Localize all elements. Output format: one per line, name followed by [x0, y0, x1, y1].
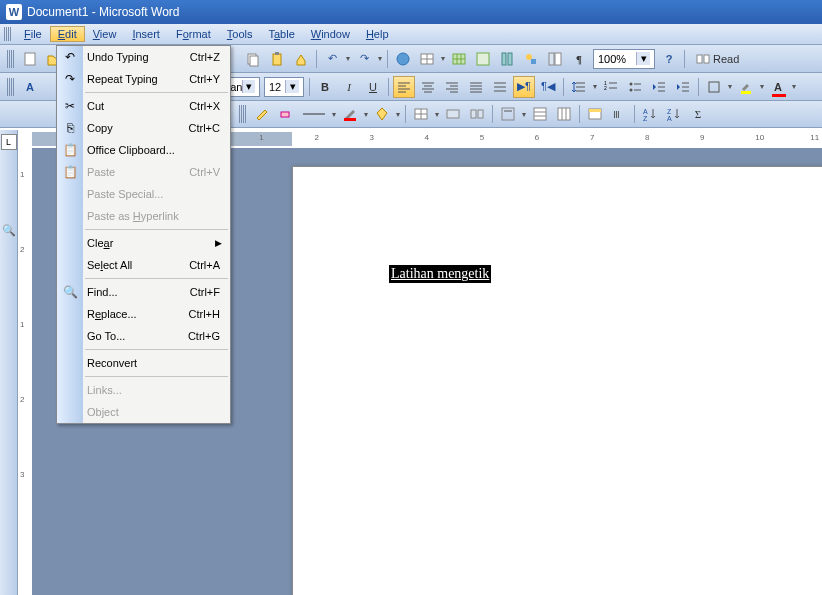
styles-button[interactable]: A	[19, 76, 41, 98]
menu-item-find[interactable]: 🔍Find...Ctrl+F	[57, 281, 230, 303]
merge-cells-button[interactable]	[442, 103, 464, 125]
underline-button[interactable]: U	[362, 76, 384, 98]
selected-text[interactable]: Latihan mengetik	[389, 265, 491, 283]
menu-table[interactable]: Table	[260, 26, 302, 42]
menubar-grip[interactable]	[4, 27, 12, 41]
doc-map-button[interactable]	[544, 48, 566, 70]
tables-button[interactable]	[416, 48, 438, 70]
find-icon[interactable]: 🔍	[1, 222, 17, 238]
increase-indent-button[interactable]	[672, 76, 694, 98]
shading-button[interactable]	[371, 103, 393, 125]
menu-view[interactable]: View	[85, 26, 125, 42]
align-cell-dropdown[interactable]: ▾	[520, 110, 528, 119]
menu-item-select-all[interactable]: Select AllCtrl+A	[57, 254, 230, 276]
draw-table-button[interactable]	[251, 103, 273, 125]
redo-button[interactable]: ↷	[353, 48, 375, 70]
menu-item-repeat-typing[interactable]: ↷Repeat TypingCtrl+Y	[57, 68, 230, 90]
menu-item-office-clipboard[interactable]: 📋Office Clipboard...	[57, 139, 230, 161]
columns-button[interactable]	[496, 48, 518, 70]
show-marks-button[interactable]: ¶	[568, 48, 590, 70]
line-spacing-dropdown[interactable]: ▾	[591, 82, 599, 91]
menu-file[interactable]: File	[16, 26, 50, 42]
distribute-cols-button[interactable]	[553, 103, 575, 125]
sort-asc-button[interactable]: AZ	[639, 103, 661, 125]
bullets-button[interactable]	[624, 76, 646, 98]
numbering-button[interactable]: 12	[600, 76, 622, 98]
border-color-button[interactable]	[339, 103, 361, 125]
zoom-combo[interactable]: 100%▾	[593, 49, 655, 69]
align-left-button[interactable]	[393, 76, 415, 98]
shading-dropdown[interactable]: ▾	[394, 110, 402, 119]
autoformat-button[interactable]	[584, 103, 606, 125]
line-spacing-button[interactable]	[568, 76, 590, 98]
format-painter-button[interactable]	[290, 48, 312, 70]
font-size-combo[interactable]: 12▾	[264, 77, 304, 97]
svg-rect-68	[478, 110, 483, 118]
split-cells-button[interactable]	[466, 103, 488, 125]
menu-insert[interactable]: Insert	[124, 26, 168, 42]
menu-item-replace[interactable]: Replace...Ctrl+H	[57, 303, 230, 325]
vertical-ruler[interactable]: 12123	[18, 130, 32, 595]
svg-rect-78	[589, 109, 601, 112]
borders-dropdown[interactable]: ▾	[726, 82, 734, 91]
bold-button[interactable]: B	[314, 76, 336, 98]
distribute-rows-button[interactable]	[529, 103, 551, 125]
font-color-dropdown[interactable]: ▾	[790, 82, 798, 91]
tab-selector[interactable]: L	[1, 134, 17, 150]
menu-window[interactable]: Window	[303, 26, 358, 42]
menu-edit[interactable]: Edit	[50, 26, 85, 42]
menu-item-reconvert[interactable]: Reconvert	[57, 352, 230, 374]
copy-button[interactable]	[242, 48, 264, 70]
ltr-button[interactable]: ▶¶	[513, 76, 535, 98]
distributed-button[interactable]	[489, 76, 511, 98]
paste-button[interactable]	[266, 48, 288, 70]
toolbar-separator	[309, 78, 310, 96]
menu-item-copy[interactable]: ⎘CopyCtrl+C	[57, 117, 230, 139]
new-doc-button[interactable]	[19, 48, 41, 70]
drawing-button[interactable]	[520, 48, 542, 70]
menu-item-cut[interactable]: ✂CutCtrl+X	[57, 95, 230, 117]
highlight-button[interactable]	[735, 76, 757, 98]
help-button[interactable]: ?	[658, 48, 680, 70]
eraser-button[interactable]	[275, 103, 297, 125]
menu-item-label: Undo Typing	[87, 51, 149, 63]
hyperlink-button[interactable]	[392, 48, 414, 70]
read-button[interactable]: Read	[689, 48, 746, 70]
menu-item-go-to[interactable]: Go To...Ctrl+G	[57, 325, 230, 347]
justify-button[interactable]	[465, 76, 487, 98]
insert-table2-dropdown[interactable]: ▾	[433, 110, 441, 119]
menu-item-label: Repeat Typing	[87, 73, 158, 85]
excel-button[interactable]	[472, 48, 494, 70]
line-style-button[interactable]	[299, 103, 329, 125]
menu-item-clear[interactable]: Clear▶	[57, 232, 230, 254]
menu-item-label: Reconvert	[87, 357, 137, 369]
line-style-dropdown[interactable]: ▾	[330, 110, 338, 119]
undo-dropdown[interactable]: ▾	[344, 54, 352, 63]
borders-button[interactable]	[703, 76, 725, 98]
menu-item-undo-typing[interactable]: ↶Undo TypingCtrl+Z	[57, 46, 230, 68]
insert-table-button[interactable]	[448, 48, 470, 70]
svg-rect-71	[534, 108, 546, 120]
rtl-button[interactable]: ¶◀	[537, 76, 559, 98]
align-cell-button[interactable]	[497, 103, 519, 125]
menu-tools[interactable]: Tools	[219, 26, 261, 42]
insert-table2-button[interactable]	[410, 103, 432, 125]
autosum-button[interactable]: Σ	[687, 103, 709, 125]
page[interactable]: Latihan mengetik	[292, 166, 822, 595]
align-center-button[interactable]	[417, 76, 439, 98]
tables-dropdown[interactable]: ▾	[439, 54, 447, 63]
sort-desc-button[interactable]: ZA	[663, 103, 685, 125]
undo-button[interactable]: ↶	[321, 48, 343, 70]
decrease-indent-button[interactable]	[648, 76, 670, 98]
redo-dropdown[interactable]: ▾	[376, 54, 384, 63]
menu-format[interactable]: Format	[168, 26, 219, 42]
menu-help[interactable]: Help	[358, 26, 397, 42]
toolbar-grip[interactable]	[7, 50, 15, 68]
align-right-button[interactable]	[441, 76, 463, 98]
italic-button[interactable]: I	[338, 76, 360, 98]
highlight-dropdown[interactable]: ▾	[758, 82, 766, 91]
border-color-dropdown[interactable]: ▾	[362, 110, 370, 119]
text-direction-button[interactable]: Ⅲ	[608, 103, 630, 125]
toolbar-grip[interactable]	[239, 105, 247, 123]
toolbar-grip[interactable]	[7, 78, 15, 96]
